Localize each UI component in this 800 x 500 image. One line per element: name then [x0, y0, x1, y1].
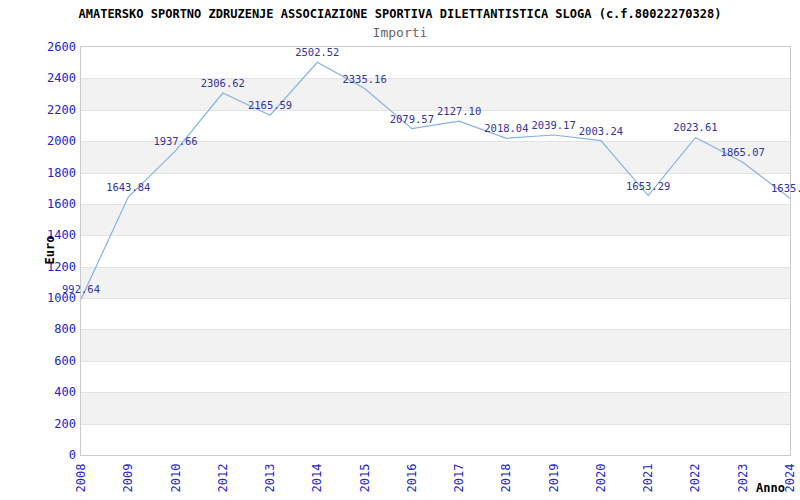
- y-tick-label: 1000: [0, 290, 76, 306]
- point-value-label: 1653.29: [618, 179, 678, 193]
- y-tick-label: 1400: [0, 227, 76, 243]
- point-value-label: 2165.59: [240, 98, 300, 112]
- y-tick-label: 2600: [0, 39, 76, 55]
- point-value-label: 2003.24: [571, 124, 631, 138]
- y-tick-label: 1600: [0, 196, 76, 212]
- x-tick-label: 2009: [121, 458, 135, 498]
- x-tick-label: 2022: [688, 458, 702, 498]
- x-tick-label: 2023: [736, 458, 750, 498]
- line-chart: AMATERSKO SPORTNO ZDRUZENJE ASSOCIAZIONE…: [0, 0, 800, 500]
- point-value-label: 1635.8: [760, 181, 800, 195]
- x-tick-label: 2010: [169, 458, 183, 498]
- y-tick-label: 1200: [0, 259, 76, 275]
- x-tick-label: 2020: [594, 458, 608, 498]
- y-tick-label: 1800: [0, 165, 76, 181]
- x-tick-label: 2018: [499, 458, 513, 498]
- y-tick-label: 2200: [0, 102, 76, 118]
- x-tick-label: 2015: [358, 458, 372, 498]
- point-value-label: 2306.62: [193, 76, 253, 90]
- x-tick-label: 2019: [547, 458, 561, 498]
- y-tick-label: 800: [0, 321, 76, 337]
- x-tick-label: 2013: [263, 458, 277, 498]
- y-tick-label: 2000: [0, 133, 76, 149]
- chart-title: AMATERSKO SPORTNO ZDRUZENJE ASSOCIAZIONE…: [0, 7, 800, 21]
- y-axis-title: Euro: [43, 230, 57, 270]
- y-tick-label: 600: [0, 353, 76, 369]
- x-axis-title: Anno: [756, 481, 800, 495]
- x-tick-label: 2021: [641, 458, 655, 498]
- point-value-label: 1643.84: [98, 180, 158, 194]
- point-value-label: 2502.52: [287, 45, 347, 59]
- y-tick-label: 200: [0, 416, 76, 432]
- point-value-label: 1937.66: [146, 134, 206, 148]
- plot-area: 992.641643.841937.662306.622165.592502.5…: [80, 46, 791, 456]
- series-path: [81, 62, 790, 299]
- x-tick-label: 2008: [74, 458, 88, 498]
- y-tick-label: 2400: [0, 70, 76, 86]
- y-tick-label: 0: [0, 447, 76, 463]
- point-value-label: 2335.16: [335, 72, 395, 86]
- chart-subtitle: Importi: [0, 25, 800, 40]
- point-value-label: 1865.07: [713, 145, 773, 159]
- point-value-label: 2127.10: [429, 104, 489, 118]
- x-tick-label: 2012: [216, 458, 230, 498]
- x-tick-label: 2017: [452, 458, 466, 498]
- x-tick-label: 2016: [405, 458, 419, 498]
- y-tick-label: 400: [0, 384, 76, 400]
- point-value-label: 2023.61: [665, 120, 725, 134]
- x-tick-label: 2014: [310, 458, 324, 498]
